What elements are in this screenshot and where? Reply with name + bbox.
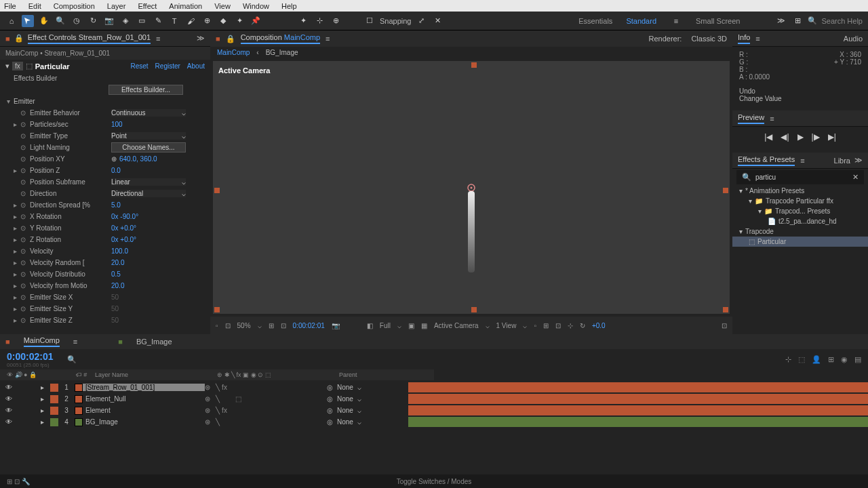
chevron-right-icon[interactable]: ▸ — [14, 236, 20, 243]
layer-name[interactable]: Element — [83, 407, 205, 414]
tree-item[interactable]: ⬚Particular — [732, 237, 868, 247]
pickwhip-icon[interactable]: ◎ — [327, 407, 333, 414]
stopwatch-icon[interactable]: ⊙ — [20, 144, 30, 151]
transparency-icon[interactable]: ▦ — [421, 322, 427, 329]
maximize-icon[interactable]: ⊡ — [722, 322, 727, 329]
prop-value[interactable]: 640.0, 360.0 — [119, 155, 157, 163]
visibility-icon[interactable]: 👁 — [5, 384, 12, 391]
layer-duration-bar[interactable] — [408, 405, 868, 415]
time-display[interactable]: 0:00:02:01 — [293, 322, 325, 329]
first-frame-icon[interactable]: |◀ — [764, 132, 772, 142]
tree-item[interactable]: 📄t2.5_pa...dance_hd — [732, 216, 868, 226]
chevron-right-icon[interactable]: ▸ — [14, 213, 20, 220]
axis-local-icon[interactable]: ✦ — [297, 15, 309, 27]
prop-button[interactable]: Choose Names... — [111, 142, 186, 152]
view-dropdown[interactable]: 1 View — [496, 322, 517, 329]
ws-essentials[interactable]: Essentials — [578, 17, 612, 25]
stopwatch-icon[interactable]: ⊙ — [20, 109, 30, 117]
fast-preview-icon[interactable]: ⊞ — [543, 322, 549, 329]
prop-value[interactable]: 20.0 — [111, 259, 124, 266]
grid-icon[interactable]: ⊞ — [269, 322, 274, 329]
chevron-right-icon[interactable]: ▸ — [41, 418, 50, 426]
prop-value[interactable]: 0.0 — [111, 167, 121, 174]
composition-tab[interactable]: Composition MainComp — [241, 33, 320, 44]
mag-icon[interactable]: ▫ — [216, 322, 218, 329]
text-tool-icon[interactable]: T — [168, 15, 180, 27]
hand-tool-icon[interactable]: ✋ — [38, 15, 50, 27]
menu-edit[interactable]: Edit — [28, 2, 41, 10]
more-icon[interactable]: ≫ — [854, 156, 863, 165]
snapshot-icon[interactable]: 📷 — [332, 322, 340, 329]
selection-tool-icon[interactable] — [22, 15, 34, 27]
pen-tool-icon[interactable]: ✎ — [152, 15, 164, 27]
layer-row[interactable]: 👁 ▸ 4 BG_Image ⊛ ╲ ◎None⌵ — [0, 416, 868, 428]
ws-small[interactable]: Small Screen — [696, 17, 740, 25]
prop-value[interactable]: 0x +0.0° — [111, 236, 136, 243]
chevron-down-icon[interactable]: ▾ — [7, 98, 14, 105]
tree-item[interactable]: ▾Trapcode — [732, 226, 868, 237]
effect-controls-tab[interactable]: Effect Controls Stream_Row_01_001 — [28, 33, 151, 44]
renderer-value[interactable]: Classic 3D — [691, 35, 727, 43]
chevron-right-icon[interactable]: ▸ — [14, 167, 20, 174]
chevron-right-icon[interactable]: ▸ — [41, 384, 50, 391]
audio-tab[interactable]: Audio — [844, 35, 863, 43]
close-tl-icon[interactable]: ■ — [5, 338, 10, 346]
prev-frame-icon[interactable]: ◀| — [781, 132, 789, 142]
channel-icon[interactable]: ◧ — [367, 322, 373, 329]
prop-select[interactable]: Linear⌵ — [111, 178, 186, 186]
prop-value[interactable]: 100.0 — [111, 247, 128, 255]
menu-composition[interactable]: Composition — [54, 2, 95, 10]
refresh-icon[interactable]: ↻ — [580, 322, 585, 329]
chevron-right-icon[interactable]: ▸ — [14, 224, 20, 232]
stopwatch-icon[interactable]: ⊙ — [20, 293, 30, 301]
lock-icon[interactable]: 🔒 — [14, 34, 24, 43]
prop-value[interactable]: 0.5 — [111, 270, 121, 278]
chevron-right-icon[interactable]: ▸ — [14, 247, 20, 255]
effects-search-input[interactable] — [755, 174, 848, 181]
effect-header[interactable]: ▾ fx ⬚ Particular Reset Register About — [0, 60, 210, 73]
register-link[interactable]: Register — [155, 62, 180, 70]
exposure-value[interactable]: +0.0 — [592, 322, 606, 329]
lock-icon[interactable]: 🔒 — [226, 35, 235, 43]
roi-icon[interactable]: ▣ — [408, 322, 414, 329]
home-icon[interactable]: ⌂ — [5, 15, 18, 27]
search-help[interactable]: 🔍 Search Help — [808, 16, 863, 25]
chevron-right-icon[interactable]: ▸ — [14, 259, 20, 266]
prop-value[interactable]: 5.0 — [111, 201, 121, 209]
play-icon[interactable]: ▶ — [797, 132, 804, 142]
info-tab[interactable]: Info — [738, 33, 750, 44]
layer-name[interactable]: Element_Null — [83, 395, 205, 403]
stopwatch-icon[interactable]: ⊙ — [20, 247, 30, 255]
about-link[interactable]: About — [187, 62, 205, 70]
screen-icon[interactable]: ⊡ — [225, 322, 231, 329]
graph-editor-icon[interactable]: ▤ — [854, 355, 861, 364]
stopwatch-icon[interactable]: ⊙ — [20, 317, 30, 324]
stopwatch-icon[interactable]: ⊙ — [20, 178, 30, 186]
camera-tool-icon[interactable]: 📷 — [103, 15, 115, 27]
panel-more-icon[interactable]: ≫ — [197, 34, 205, 43]
resolution-dropdown[interactable]: Full — [380, 322, 391, 329]
composition-viewer[interactable]: Active Camera — [213, 61, 730, 314]
chevron-right-icon[interactable]: ▸ — [14, 305, 20, 312]
axis-view-icon[interactable]: ⊕ — [330, 15, 342, 27]
stopwatch-icon[interactable]: ⊙ — [20, 121, 30, 128]
layer-row[interactable]: 👁 ▸ 1 [Stream_Row_01_001] ⊛ ╲ fx ◎None⌵ — [0, 382, 868, 393]
pan-behind-tool-icon[interactable]: ◈ — [119, 15, 132, 27]
ws-more-icon[interactable]: ≫ — [775, 15, 787, 27]
prop-select[interactable]: Point⌵ — [111, 132, 186, 140]
clear-search-icon[interactable]: ✕ — [852, 173, 859, 182]
tl-menu-icon[interactable]: ≡ — [73, 338, 77, 346]
layer-name[interactable]: BG_Image — [83, 418, 205, 426]
prop-value[interactable]: 0x -90.0° — [111, 213, 138, 220]
motion-blur-icon[interactable]: ◉ — [841, 355, 848, 364]
brush-tool-icon[interactable]: 🖌 — [184, 15, 197, 27]
layer-switches[interactable]: ⊛ ╲ fx — [205, 384, 327, 391]
comp-mini-icon[interactable]: ⊹ — [785, 355, 791, 364]
orbit-tool-icon[interactable]: ◷ — [71, 15, 83, 27]
shy-icon[interactable]: 👤 — [812, 355, 821, 364]
panel-menu-icon[interactable]: ≡ — [755, 35, 760, 43]
close-panel-icon[interactable]: ■ — [5, 35, 10, 43]
bc-bgimage[interactable]: BG_Image — [266, 49, 298, 56]
menu-file[interactable]: File — [4, 2, 16, 10]
search-layers-icon[interactable]: 🔍 — [67, 355, 77, 364]
